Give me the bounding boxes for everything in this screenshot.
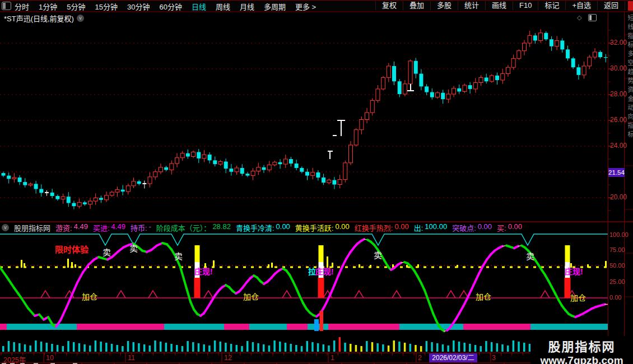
chart-annotation: 限时体验	[55, 245, 89, 254]
chart-annotation: 庄现!	[315, 268, 334, 276]
timeline-month: 11	[128, 354, 135, 362]
timeline-month: 10	[46, 354, 54, 362]
indicator-field: 持币:-	[131, 223, 151, 232]
timeline-year: 2025年	[3, 354, 26, 364]
selected-date-tag: 2026/02/03/二	[429, 353, 477, 362]
chart-annotation: 加仓	[476, 293, 491, 301]
watermark-brand: 股朋指标网	[530, 337, 633, 354]
indicator-field: 买进:4.49	[93, 223, 125, 232]
chart-annotation: 卖	[103, 248, 111, 256]
chart-annotation: 卖	[129, 244, 138, 253]
chart-annotation: 加仓	[82, 293, 97, 301]
right-sidebar-strip: 短线指标多空趋势资金动向指标	[625, 12, 633, 364]
chart-annotation: 拉	[308, 268, 316, 276]
indicator-field: 红换手热烈:0.00	[355, 223, 409, 232]
indicator-field: 青换手冷清:0.00	[236, 223, 290, 232]
indicator-header: v 股朋指标网 游资:4.49买进:4.49持币:-阶段成本（元）：28.82青…	[2, 223, 608, 232]
chart-annotation: 加仓	[570, 294, 586, 302]
indicator-field: 阶段成本（元）：28.82	[156, 223, 231, 232]
collapse-icon[interactable]: v	[2, 224, 9, 231]
watermark: 股朋指标网 www.7gpzb.com	[530, 336, 633, 364]
chart-annotation: 卖	[174, 252, 183, 260]
chart-annotation: 庄现!	[565, 268, 583, 276]
indicator-field: 买:0.00	[497, 223, 522, 232]
right-strip-text: 短线指标多空趋势资金动向指标	[626, 15, 633, 140]
chart-annotation: 卖	[526, 252, 534, 260]
indicator-field: 黄换手活跃:0.00	[295, 223, 350, 232]
trading-app-window: 分时1分钟5分钟15分钟30分钟60分钟日线周线月线多周期更多 > 复权叠加多股…	[0, 0, 633, 364]
timeline-month: 1	[331, 354, 334, 362]
indicator-source: 股朋指标网	[14, 223, 50, 232]
last-price-tag: 21.54	[608, 168, 625, 177]
indicator-field: 突破点:0.00	[452, 223, 492, 232]
indicator-field: 出:100.00	[414, 223, 447, 232]
chart-annotation: 卖	[374, 251, 382, 259]
chart-annotation: 加仓	[243, 293, 259, 301]
timeline-month: 2	[418, 354, 422, 362]
timeline-month: 12	[224, 354, 232, 362]
chart-canvas[interactable]	[0, 0, 633, 364]
watermark-url: www.7gpzb.com	[530, 354, 633, 364]
indicator-field: 游资:4.49	[55, 223, 88, 232]
chart-annotation: 庄现!	[194, 268, 213, 276]
timeline-month: 3	[492, 354, 496, 362]
